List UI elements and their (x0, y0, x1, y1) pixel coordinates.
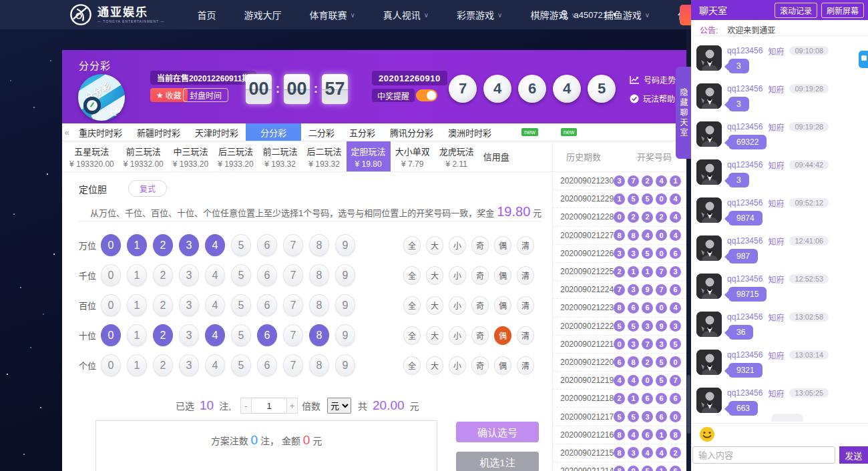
nav-item-游戏大厅[interactable]: 游戏大厅 (230, 0, 295, 29)
quick-button-万位-清[interactable]: 清 (517, 236, 534, 255)
lottery-tab-腾讯分分彩[interactable]: 腾讯分分彩 (383, 123, 441, 141)
number-ball-十位-6[interactable]: 6 (257, 324, 277, 346)
quick-button-万位-全[interactable]: 全 (403, 236, 421, 255)
nav-item-体育联赛[interactable]: 体育联赛∨ (295, 0, 369, 29)
number-ball-万位-4[interactable]: 4 (205, 234, 225, 256)
number-ball-个位-8[interactable]: 8 (309, 354, 329, 376)
quick-button-十位-大[interactable]: 大 (426, 326, 443, 345)
number-ball-十位-0[interactable]: 0 (101, 324, 121, 346)
quick-button-个位-小[interactable]: 小 (449, 356, 466, 375)
number-ball-个位-9[interactable]: 9 (335, 354, 355, 376)
number-ball-万位-8[interactable]: 8 (309, 234, 329, 256)
mode-pill-fushi[interactable]: 复式 (128, 180, 167, 197)
number-ball-百位-4[interactable]: 4 (205, 294, 225, 316)
nav-item-首页[interactable]: 首页 (183, 0, 230, 29)
play-tab-后三玩法[interactable]: 后三玩法¥ 1933.20 (213, 141, 258, 171)
tabs-prev-arrow[interactable]: « (62, 123, 71, 141)
quick-button-百位-奇[interactable]: 奇 (471, 296, 489, 315)
chat-input[interactable] (692, 446, 835, 464)
quick-button-百位-全[interactable]: 全 (403, 296, 421, 315)
quick-button-个位-清[interactable]: 清 (517, 356, 534, 375)
lottery-tab-澳洲时时彩[interactable]: 澳洲时时彩 (441, 123, 499, 141)
play-tab-后二玩法[interactable]: 后二玩法¥ 193.32 (302, 141, 347, 171)
number-ball-个位-7[interactable]: 7 (283, 354, 303, 376)
refresh-screen-button[interactable]: 刷新屏幕 (821, 3, 864, 18)
quick-button-百位-偶[interactable]: 偶 (494, 296, 511, 315)
quick-button-千位-全[interactable]: 全 (403, 266, 421, 285)
lottery-tab-五分彩[interactable]: 五分彩 (342, 123, 383, 141)
number-ball-万位-5[interactable]: 5 (231, 234, 251, 256)
number-ball-千位-6[interactable]: 6 (257, 264, 277, 286)
number-ball-个位-6[interactable]: 6 (257, 354, 277, 376)
play-tab-前三玩法[interactable]: 前三玩法¥ 19332.00 (119, 141, 168, 171)
number-ball-百位-6[interactable]: 6 (257, 294, 277, 316)
nav-item-彩票游戏[interactable]: 彩票游戏∨ (443, 0, 516, 29)
quick-button-千位-大[interactable]: 大 (426, 266, 443, 285)
win-alert-toggle[interactable] (416, 89, 437, 101)
number-ball-千位-7[interactable]: 7 (283, 264, 303, 286)
random-pick-button[interactable]: 机选1注 (456, 452, 539, 471)
scroll-log-button[interactable]: 滚动记录 (775, 3, 817, 18)
lottery-tab-新疆时时彩[interactable]: 新疆时时彩 (130, 123, 188, 141)
customer-service-float-icon[interactable] (859, 51, 868, 68)
play-tab-前二玩法[interactable]: 前二玩法¥ 193.32 (258, 141, 302, 171)
number-ball-万位-7[interactable]: 7 (283, 234, 303, 256)
close-time-button[interactable]: 封盘时间 (183, 88, 228, 102)
number-ball-十位-7[interactable]: 7 (283, 324, 303, 346)
multiplier-plus-button[interactable]: + (286, 398, 298, 414)
quick-button-个位-大[interactable]: 大 (426, 356, 443, 375)
quick-button-千位-偶[interactable]: 偶 (494, 266, 511, 285)
number-ball-百位-8[interactable]: 8 (309, 294, 329, 316)
quick-button-十位-清[interactable]: 清 (517, 326, 534, 345)
number-ball-十位-3[interactable]: 3 (179, 324, 199, 346)
number-ball-万位-1[interactable]: 1 (127, 234, 147, 256)
quick-button-千位-小[interactable]: 小 (449, 266, 466, 285)
number-ball-千位-3[interactable]: 3 (179, 264, 199, 286)
number-ball-百位-2[interactable]: 2 (153, 294, 173, 316)
number-ball-十位-5[interactable]: 5 (231, 324, 251, 346)
favorite-button[interactable]: ★ 收藏 (150, 88, 188, 102)
number-ball-万位-9[interactable]: 9 (335, 234, 355, 256)
number-ball-万位-2[interactable]: 2 (153, 234, 173, 256)
logo[interactable]: 通亚娱乐 — TONGYA ENTERTAINMENT — (69, 3, 164, 26)
quick-button-十位-全[interactable]: 全 (403, 326, 421, 345)
confirm-selection-button[interactable]: 确认选号 (456, 422, 539, 442)
quick-button-百位-清[interactable]: 清 (517, 296, 534, 315)
multiplier-input[interactable] (252, 398, 286, 414)
number-ball-个位-2[interactable]: 2 (153, 354, 173, 376)
scrollbar-thumb[interactable] (687, 375, 690, 434)
play-tab-中三玩法[interactable]: 中三玩法¥ 1933.20 (168, 141, 213, 171)
quick-button-个位-奇[interactable]: 奇 (471, 356, 489, 375)
new-message-pill[interactable] (771, 414, 803, 422)
play-help-link[interactable]: 玩法帮助 (630, 93, 676, 104)
quick-button-千位-清[interactable]: 清 (517, 266, 534, 285)
quick-button-万位-奇[interactable]: 奇 (471, 236, 489, 255)
number-ball-万位-3[interactable]: 3 (179, 234, 199, 256)
play-tab-大小单双[interactable]: 大小单双¥ 7.79 (391, 141, 435, 171)
quick-button-万位-大[interactable]: 大 (426, 236, 443, 255)
number-ball-百位-0[interactable]: 0 (101, 294, 121, 316)
number-ball-个位-1[interactable]: 1 (127, 354, 147, 376)
quick-button-千位-奇[interactable]: 奇 (471, 266, 489, 285)
number-ball-百位-7[interactable]: 7 (283, 294, 303, 316)
user-menu[interactable]: a450721 ▼ (559, 0, 618, 29)
recharge-button-partial[interactable] (680, 5, 691, 25)
lottery-tab-二分彩[interactable]: 二分彩 (301, 123, 342, 141)
number-ball-十位-1[interactable]: 1 (127, 324, 147, 346)
quick-button-十位-小[interactable]: 小 (449, 326, 466, 345)
lottery-tab-天津时时彩[interactable]: 天津时时彩 (188, 123, 246, 141)
lottery-tab-重庆时时彩[interactable]: 重庆时时彩 (71, 123, 130, 141)
number-ball-千位-9[interactable]: 9 (335, 264, 355, 286)
multiplier-minus-button[interactable]: - (240, 398, 252, 414)
play-tab-龙虎玩法[interactable]: 龙虎玩法¥ 2.11 (435, 141, 479, 171)
number-ball-个位-5[interactable]: 5 (231, 354, 251, 376)
send-button[interactable]: 发送 (839, 446, 868, 464)
quick-button-个位-偶[interactable]: 偶 (494, 356, 511, 375)
number-ball-个位-0[interactable]: 0 (101, 354, 121, 376)
number-ball-个位-4[interactable]: 4 (205, 354, 225, 376)
number-ball-千位-8[interactable]: 8 (309, 264, 329, 286)
quick-button-百位-小[interactable]: 小 (449, 296, 466, 315)
number-ball-千位-5[interactable]: 5 (231, 264, 251, 286)
number-ball-个位-3[interactable]: 3 (179, 354, 199, 376)
quick-button-百位-大[interactable]: 大 (426, 296, 443, 315)
